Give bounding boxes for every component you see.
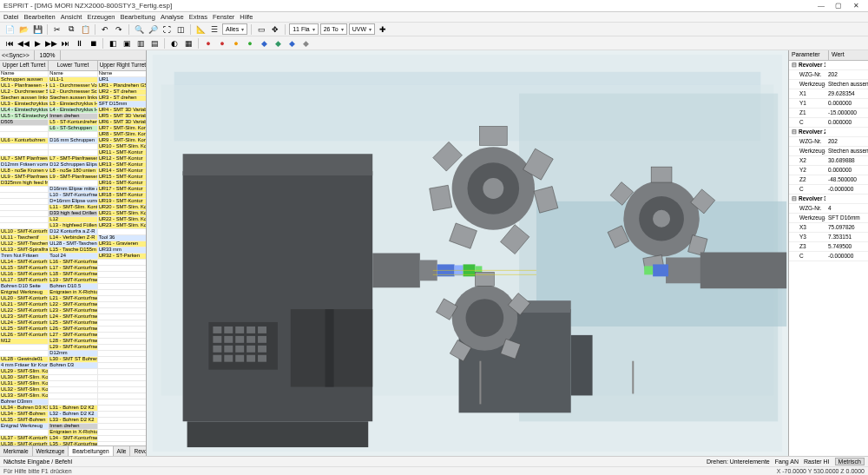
- operation-row[interactable]: UL25 - SMT-KonturfraL26 - SMT-Konturfrae: [0, 327, 146, 333]
- operation-cell[interactable]: [0, 193, 49, 199]
- operation-row[interactable]: UL35 - SMT-BohrenL33 - Bohren D2 K2: [0, 418, 146, 424]
- operation-cell[interactable]: D=16mm Elipse vorne: [49, 199, 97, 205]
- operation-cell[interactable]: UR9 - SMT-Slim. Kon: [98, 138, 146, 144]
- operation-cell[interactable]: UL15 - SMT-Konturfra: [0, 266, 49, 272]
- menu-view[interactable]: Ansicht: [61, 13, 82, 21]
- operation-row[interactable]: UL5 - ST-EinstechzykInnen drehenUR5 - SM…: [0, 114, 146, 120]
- operation-cell[interactable]: UR20 - SMT-Slim. Ko: [98, 205, 146, 211]
- operation-row[interactable]: Bohrer D3mm: [0, 399, 146, 406]
- operation-row[interactable]: D12mm: [0, 351, 146, 357]
- operation-row[interactable]: L13 - highfeed FüllenUR23 - SMT-Slim. Ko: [0, 223, 146, 229]
- operation-list[interactable]: NameNameNameSchruppen aussenUL1-1UR1UL1 …: [0, 71, 146, 445]
- operation-cell[interactable]: L3 - Einstechzyklus HS: [49, 102, 97, 108]
- operation-cell[interactable]: [98, 333, 146, 339]
- operation-row[interactable]: UL32 - SMT-Slim. Ko: [0, 387, 146, 393]
- operation-cell[interactable]: L5 - ST-Konturdrehen: [49, 120, 97, 126]
- operation-cell[interactable]: [49, 399, 97, 406]
- layer-combo[interactable]: Alles▾: [222, 23, 247, 35]
- operation-cell[interactable]: UR2 - ST drehen: [98, 89, 146, 96]
- properties-list[interactable]: ⊟Revolver 1WZG-Nr.202Werkzeug-I...Steche…: [789, 61, 868, 456]
- operation-cell[interactable]: L1 - Durchmesser Vor: [49, 83, 97, 89]
- operation-cell[interactable]: UL26 - SMT-Konturfra: [0, 333, 49, 339]
- operation-cell[interactable]: D12 Konturfra a.Z-R: [49, 229, 97, 235]
- operation-cell[interactable]: UL25 - SMT-Konturfra: [0, 327, 49, 333]
- operation-cell[interactable]: L21 - SMT-Konturfrae: [49, 296, 97, 302]
- operation-cell[interactable]: UL34 - Bohren D3 K3: [0, 406, 49, 412]
- operation-row[interactable]: Schruppen aussenUL1-1UR1: [0, 77, 146, 83]
- operation-cell[interactable]: UR31 - Gravieren: [98, 241, 146, 247]
- operation-cell[interactable]: UR33 mm: [98, 247, 146, 254]
- operation-cell[interactable]: UR10 - SMT-Slim. Kon: [98, 144, 146, 150]
- operation-row[interactable]: D12mm Fräsen vorneD12 Schruppen ElipsUR1…: [0, 162, 146, 168]
- operation-cell[interactable]: L32 - Bohren D2 K2: [49, 412, 97, 418]
- operation-cell[interactable]: L17 - SMT-Konturfrae: [49, 266, 97, 272]
- operation-cell[interactable]: [0, 351, 49, 357]
- operation-cell[interactable]: [98, 387, 146, 393]
- operation-cell[interactable]: L30 - SMT ST Bohren: [49, 357, 97, 363]
- operation-cell[interactable]: L12: [49, 217, 97, 223]
- operation-cell[interactable]: [0, 144, 49, 150]
- stock2-icon[interactable]: ●: [216, 37, 228, 49]
- operation-row[interactable]: UL28 - Gewinde01L30 - SMT ST Bohren: [0, 357, 146, 363]
- sim-pause-icon[interactable]: ⏸: [73, 37, 85, 49]
- operation-cell[interactable]: L6 - ST-Schruppen: [49, 126, 97, 132]
- operation-cell[interactable]: Innen drehen: [49, 114, 97, 120]
- operation-row[interactable]: D16mm Elipse mitte oUR17 - SMT-Kontur: [0, 187, 146, 193]
- wire-icon[interactable]: ▦: [182, 37, 194, 49]
- operation-row[interactable]: L11 - SMT-Slim. KontUR20 - SMT-Slim. Ko: [0, 205, 146, 211]
- operation-row[interactable]: UL37 - SMT-KonturfraL34 - SMT-Konturfrae: [0, 436, 146, 442]
- operation-cell[interactable]: UL6 - Konturbohren: [0, 138, 49, 144]
- maximize-button[interactable]: ▢: [830, 1, 847, 11]
- operation-cell[interactable]: UL29 - SMT-Slim. Ko: [0, 369, 49, 375]
- operation-row[interactable]: UL20 - SMT-KonturfraL21 - SMT-Konturfrae: [0, 296, 146, 302]
- operation-row[interactable]: UR11 - SMT-Kontur: [0, 150, 146, 156]
- operation-row[interactable]: L10 - SMT-KonturfraeUR18 - SMT-Kontur: [0, 193, 146, 199]
- operation-cell[interactable]: UL24 - SMT-Konturfra: [0, 320, 49, 327]
- operation-row[interactable]: UL8 - noSe Kronen vL8 - noSe 180 untenUR…: [0, 168, 146, 175]
- operation-cell[interactable]: [98, 418, 146, 424]
- operation-cell[interactable]: [98, 430, 146, 436]
- operation-row[interactable]: UL9 - SMT-PlanfraesenL9 - SMT-Planfraese…: [0, 175, 146, 181]
- operation-cell[interactable]: Schruppen aussen: [0, 77, 49, 83]
- prop-header-wert[interactable]: Wert: [829, 50, 868, 60]
- sim-stop-icon[interactable]: ⏹: [87, 37, 99, 49]
- operation-row[interactable]: UL16 - SMT-KonturfraL18 - SMT-Konturfrae: [0, 272, 146, 278]
- operation-cell[interactable]: Entgraten in X-Richtu: [49, 430, 97, 436]
- operation-cell[interactable]: Tool 36: [98, 235, 146, 241]
- operation-row[interactable]: UL31 - SMT-Slim. Ko: [0, 381, 146, 387]
- zoom-in-icon[interactable]: 🔍: [133, 23, 145, 36]
- operation-row[interactable]: UL21 - SMT-KonturfraL22 - SMT-Konturfrae: [0, 302, 146, 308]
- operation-cell[interactable]: Stechen aussen links: [0, 96, 49, 102]
- operation-row[interactable]: UL7 - SMT PlanfraesenL7 - SMT-Planfraese…: [0, 156, 146, 162]
- operation-cell[interactable]: [0, 211, 49, 217]
- operation-cell[interactable]: L18 - SMT-Konturfrae: [49, 272, 97, 278]
- tab-bearbeitungen[interactable]: Bearbeitungen: [69, 446, 113, 456]
- save-icon[interactable]: 💾: [31, 23, 43, 36]
- operation-cell[interactable]: D16mm Elipse mitte o: [49, 187, 97, 193]
- operation-cell[interactable]: Stechen aussen links: [49, 96, 97, 102]
- prop-row[interactable]: Z2-48.500000: [789, 175, 868, 185]
- operation-cell[interactable]: L10 - SMT-Konturfrae: [49, 193, 97, 199]
- prop-row[interactable]: WZG-Nr.4: [789, 204, 868, 214]
- operation-cell[interactable]: UR1: [98, 77, 146, 83]
- operation-cell[interactable]: Name: [49, 71, 97, 77]
- operation-cell[interactable]: [98, 296, 146, 302]
- operation-cell[interactable]: Bohren D10 Seite: [0, 284, 49, 290]
- operation-cell[interactable]: Tool 24: [49, 254, 97, 260]
- operation-cell[interactable]: UR19 - SMT-Kontur: [98, 199, 146, 205]
- operation-row[interactable]: UL17 - SMT-KonturfraL19 - SMT-Konturfrae: [0, 278, 146, 284]
- operation-row[interactable]: UL11 - TaschentfL14 - Verbinden Z-RTool …: [0, 235, 146, 241]
- operation-cell[interactable]: UL1-1: [49, 77, 97, 83]
- operation-row[interactable]: D505L5 - ST-KonturdrehenUR6 - SMT 3D Var…: [0, 120, 146, 126]
- operation-cell[interactable]: Entgrad Werkzeug: [0, 290, 49, 296]
- tab-werkzeuge[interactable]: Werkzeuge: [33, 446, 69, 456]
- prop-row[interactable]: Y37.353151: [789, 233, 868, 242]
- operation-cell[interactable]: UR3 - ST drehen: [98, 96, 146, 102]
- operation-cell[interactable]: UR5 - SMT 3D Variab: [98, 114, 146, 120]
- operation-cell[interactable]: UL3 - Einstechzyklus: [0, 102, 49, 108]
- select-icon[interactable]: ▭: [255, 23, 267, 36]
- operation-cell[interactable]: [98, 351, 146, 357]
- operation-cell[interactable]: UR15 - SMT-Kontur: [98, 175, 146, 181]
- status-grid[interactable]: Raster HI: [804, 459, 830, 465]
- tab-merkmale[interactable]: Merkmale: [0, 446, 33, 456]
